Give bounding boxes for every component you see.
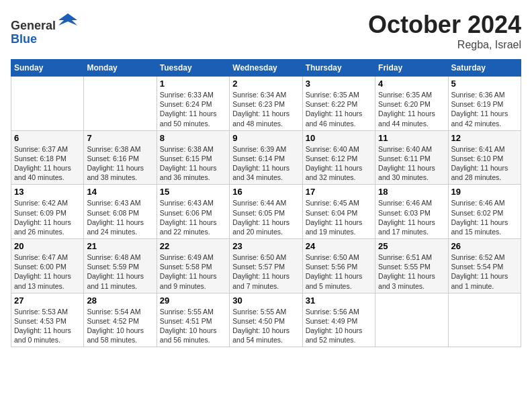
day-info: Sunrise: 6:51 AMSunset: 5:55 PMDaylight:… [378,253,445,291]
calendar-cell: 26Sunrise: 6:52 AMSunset: 5:54 PMDayligh… [448,239,521,293]
day-number: 6 [14,133,81,143]
calendar-cell: 14Sunrise: 6:43 AMSunset: 6:08 PMDayligh… [84,185,157,239]
day-number: 18 [378,187,445,197]
day-info: Sunrise: 6:46 AMSunset: 6:03 PMDaylight:… [378,198,445,236]
day-number: 29 [160,295,226,306]
day-info: Sunrise: 5:56 AMSunset: 4:49 PMDaylight:… [306,307,372,345]
day-number: 10 [306,133,372,143]
location: Regba, Israel [368,39,521,51]
calendar-cell: 8Sunrise: 6:38 AMSunset: 6:15 PMDaylight… [157,130,229,185]
month-title: October 2024 [368,11,521,39]
calendar-header-thursday: Thursday [302,60,375,77]
day-info: Sunrise: 6:35 AMSunset: 6:22 PMDaylight:… [306,90,372,128]
day-info: Sunrise: 6:33 AMSunset: 6:24 PMDaylight:… [160,90,226,128]
day-info: Sunrise: 6:47 AMSunset: 6:00 PMDaylight:… [14,253,81,291]
logo-bird-icon [58,11,77,30]
day-number: 5 [451,79,518,89]
calendar-cell: 10Sunrise: 6:40 AMSunset: 6:12 PMDayligh… [302,130,375,185]
calendar-cell: 5Sunrise: 6:36 AMSunset: 6:19 PMDaylight… [448,77,521,131]
day-info: Sunrise: 6:50 AMSunset: 5:57 PMDaylight:… [232,253,299,291]
day-number: 11 [378,133,445,143]
day-info: Sunrise: 6:34 AMSunset: 6:23 PMDaylight:… [232,90,299,128]
day-info: Sunrise: 6:40 AMSunset: 6:12 PMDaylight:… [306,144,372,183]
calendar-cell: 13Sunrise: 6:42 AMSunset: 6:09 PMDayligh… [11,185,84,239]
calendar-header-tuesday: Tuesday [157,60,229,77]
day-info: Sunrise: 6:46 AMSunset: 6:02 PMDaylight:… [451,198,518,236]
svg-marker-0 [58,13,77,26]
day-info: Sunrise: 6:41 AMSunset: 6:10 PMDaylight:… [451,144,518,183]
day-info: Sunrise: 5:55 AMSunset: 4:51 PMDaylight:… [160,307,226,345]
calendar-cell: 18Sunrise: 6:46 AMSunset: 6:03 PMDayligh… [375,185,448,239]
logo-blue: Blue [11,32,37,46]
day-info: Sunrise: 6:43 AMSunset: 6:06 PMDaylight:… [160,198,226,236]
day-number: 12 [451,133,518,143]
calendar-cell: 3Sunrise: 6:35 AMSunset: 6:22 PMDaylight… [302,77,375,131]
calendar-cell: 27Sunrise: 5:53 AMSunset: 4:53 PMDayligh… [11,293,84,347]
calendar-cell: 6Sunrise: 6:37 AMSunset: 6:18 PMDaylight… [11,130,84,185]
day-info: Sunrise: 6:40 AMSunset: 6:11 PMDaylight:… [378,144,445,183]
calendar-cell: 15Sunrise: 6:43 AMSunset: 6:06 PMDayligh… [157,185,229,239]
calendar-cell: 19Sunrise: 6:46 AMSunset: 6:02 PMDayligh… [448,185,521,239]
calendar-cell: 2Sunrise: 6:34 AMSunset: 6:23 PMDaylight… [230,77,302,131]
calendar-cell: 30Sunrise: 5:55 AMSunset: 4:50 PMDayligh… [230,293,302,347]
day-number: 1 [160,79,226,89]
calendar-header-monday: Monday [84,60,157,77]
calendar-cell: 23Sunrise: 6:50 AMSunset: 5:57 PMDayligh… [230,239,302,293]
calendar-week-5: 27Sunrise: 5:53 AMSunset: 4:53 PMDayligh… [11,293,521,347]
calendar-cell: 7Sunrise: 6:38 AMSunset: 6:16 PMDaylight… [84,130,157,185]
day-number: 7 [87,133,153,143]
calendar-cell: 11Sunrise: 6:40 AMSunset: 6:11 PMDayligh… [375,130,448,185]
logo-general: General [11,19,56,32]
day-number: 8 [160,133,226,143]
day-number: 22 [160,241,226,251]
day-number: 23 [232,241,299,251]
day-number: 9 [232,133,299,143]
calendar-cell [84,77,157,131]
calendar-cell: 1Sunrise: 6:33 AMSunset: 6:24 PMDaylight… [157,77,229,131]
day-info: Sunrise: 6:42 AMSunset: 6:09 PMDaylight:… [14,198,81,236]
calendar-cell: 9Sunrise: 6:39 AMSunset: 6:14 PMDaylight… [230,130,302,185]
calendar-week-4: 20Sunrise: 6:47 AMSunset: 6:00 PMDayligh… [11,239,521,293]
day-number: 21 [87,241,153,251]
day-info: Sunrise: 6:49 AMSunset: 5:58 PMDaylight:… [160,253,226,291]
page-header: General Blue October 2024 Regba, Israel [11,11,521,51]
calendar-cell: 29Sunrise: 5:55 AMSunset: 4:51 PMDayligh… [157,293,229,347]
day-number: 14 [87,187,153,197]
day-info: Sunrise: 6:38 AMSunset: 6:15 PMDaylight:… [160,144,226,183]
calendar-cell: 20Sunrise: 6:47 AMSunset: 6:00 PMDayligh… [11,239,84,293]
calendar-cell: 12Sunrise: 6:41 AMSunset: 6:10 PMDayligh… [448,130,521,185]
day-info: Sunrise: 6:48 AMSunset: 5:59 PMDaylight:… [87,253,153,291]
calendar-cell: 25Sunrise: 6:51 AMSunset: 5:55 PMDayligh… [375,239,448,293]
calendar-week-2: 6Sunrise: 6:37 AMSunset: 6:18 PMDaylight… [11,130,521,185]
day-info: Sunrise: 6:37 AMSunset: 6:18 PMDaylight:… [14,144,81,183]
day-number: 30 [232,295,299,306]
day-number: 28 [87,295,153,306]
day-info: Sunrise: 6:43 AMSunset: 6:08 PMDaylight:… [87,198,153,236]
calendar-week-3: 13Sunrise: 6:42 AMSunset: 6:09 PMDayligh… [11,185,521,239]
day-number: 26 [451,241,518,251]
day-number: 15 [160,187,226,197]
day-number: 13 [14,187,81,197]
day-info: Sunrise: 6:39 AMSunset: 6:14 PMDaylight:… [232,144,299,183]
day-info: Sunrise: 6:52 AMSunset: 5:54 PMDaylight:… [451,253,518,291]
day-number: 27 [14,295,81,306]
day-number: 20 [14,241,81,251]
day-number: 16 [232,187,299,197]
calendar-cell: 17Sunrise: 6:45 AMSunset: 6:04 PMDayligh… [302,185,375,239]
calendar-cell: 22Sunrise: 6:49 AMSunset: 5:58 PMDayligh… [157,239,229,293]
calendar-header-row: SundayMondayTuesdayWednesdayThursdayFrid… [11,60,521,77]
day-number: 4 [378,79,445,89]
day-number: 3 [306,79,372,89]
day-info: Sunrise: 5:55 AMSunset: 4:50 PMDaylight:… [232,307,299,345]
title-block: October 2024 Regba, Israel [368,11,521,51]
calendar-cell: 16Sunrise: 6:44 AMSunset: 6:05 PMDayligh… [230,185,302,239]
day-info: Sunrise: 5:54 AMSunset: 4:52 PMDaylight:… [87,307,153,345]
calendar-cell: 24Sunrise: 6:50 AMSunset: 5:56 PMDayligh… [302,239,375,293]
calendar-cell: 31Sunrise: 5:56 AMSunset: 4:49 PMDayligh… [302,293,375,347]
day-number: 31 [306,295,372,306]
day-number: 2 [232,79,299,89]
day-number: 19 [451,187,518,197]
day-info: Sunrise: 6:44 AMSunset: 6:05 PMDaylight:… [232,198,299,236]
calendar-header-saturday: Saturday [448,60,521,77]
day-info: Sunrise: 6:45 AMSunset: 6:04 PMDaylight:… [306,198,372,236]
